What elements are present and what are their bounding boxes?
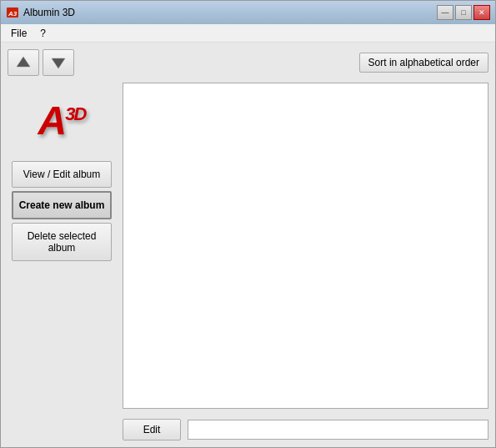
svg-marker-2	[17, 57, 30, 67]
move-down-button[interactable]	[43, 49, 74, 76]
main-content: Sort in alphabetical order A3D View / Ed…	[1, 43, 495, 447]
delete-selected-album-button[interactable]: Delete selected album	[12, 223, 112, 261]
menu-file[interactable]: File	[4, 26, 33, 41]
sort-alphabetical-button[interactable]: Sort in alphabetical order	[359, 53, 488, 73]
svg-marker-3	[52, 58, 65, 68]
main-panel: Edit	[123, 83, 488, 440]
logo-area: A3D	[12, 83, 112, 158]
bottom-row: Edit	[123, 415, 488, 440]
view-edit-album-button[interactable]: View / Edit album	[12, 161, 112, 188]
create-new-album-button[interactable]: Create new album	[12, 191, 112, 219]
logo-text: A3D	[38, 98, 86, 143]
logo: A3D	[38, 98, 86, 143]
menu-bar: File ?	[1, 24, 495, 43]
arrow-up-icon	[15, 54, 32, 71]
maximize-button[interactable]: □	[455, 5, 472, 20]
svg-text:A3: A3	[8, 10, 18, 18]
toolbar-row: Sort in alphabetical order	[8, 49, 488, 76]
sidebar: A3D View / Edit album Create new album D…	[8, 83, 116, 440]
app-icon: A3	[6, 6, 19, 19]
menu-help[interactable]: ?	[33, 26, 53, 41]
edit-input[interactable]	[188, 420, 488, 440]
window-controls: — □ ✕	[437, 5, 490, 20]
edit-button[interactable]: Edit	[123, 419, 181, 440]
toolbar-left	[8, 49, 74, 76]
window-title: Albumin 3D	[23, 7, 437, 18]
album-list[interactable]	[123, 83, 488, 409]
title-bar: A3 Albumin 3D — □ ✕	[1, 1, 495, 24]
arrow-down-icon	[50, 54, 67, 71]
body-row: A3D View / Edit album Create new album D…	[8, 83, 488, 440]
minimize-button[interactable]: —	[437, 5, 453, 20]
move-up-button[interactable]	[8, 49, 39, 76]
close-button[interactable]: ✕	[473, 5, 490, 20]
main-window: A3 Albumin 3D — □ ✕ File ?	[0, 0, 496, 448]
